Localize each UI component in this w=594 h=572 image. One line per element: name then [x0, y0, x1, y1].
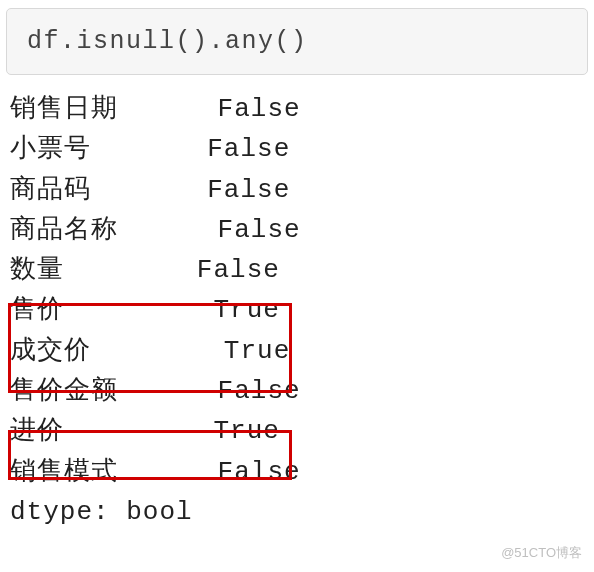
- output-block: 销售日期 False 小票号 False 商品码 False 商品名称 Fals…: [10, 89, 594, 532]
- output-row: 成交价 True: [10, 331, 594, 371]
- output-row: 小票号 False: [10, 129, 594, 169]
- code-text: df.isnull().any(): [27, 27, 308, 56]
- dtype-line: dtype: bool: [10, 492, 594, 532]
- code-input-cell[interactable]: df.isnull().any(): [6, 8, 588, 75]
- watermark-text: @51CTO博客: [501, 544, 582, 562]
- output-row: 数量 False: [10, 250, 594, 290]
- output-row: 销售日期 False: [10, 89, 594, 129]
- output-row: 商品名称 False: [10, 210, 594, 250]
- output-row: 售价金额 False: [10, 371, 594, 411]
- output-row: 进价 True: [10, 411, 594, 451]
- output-row: 商品码 False: [10, 170, 594, 210]
- output-row: 销售模式 False: [10, 452, 594, 492]
- output-row: 售价 True: [10, 290, 594, 330]
